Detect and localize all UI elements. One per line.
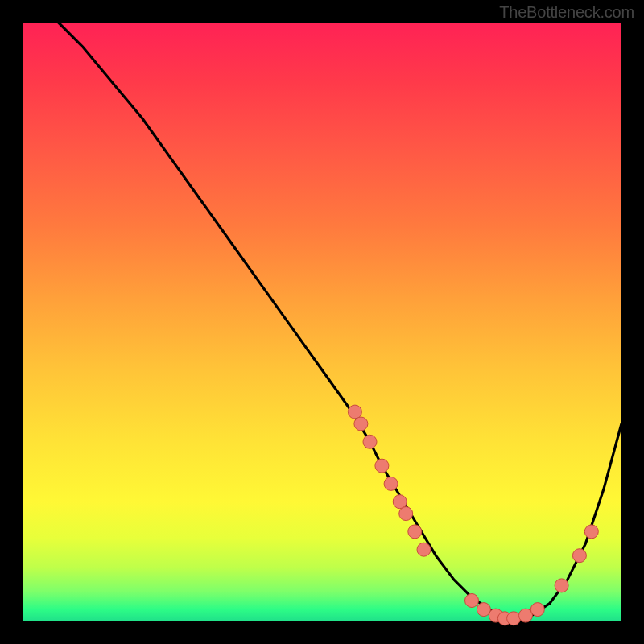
plot-area — [23, 23, 621, 621]
data-point — [530, 603, 544, 617]
data-point — [572, 549, 586, 563]
data-point — [399, 507, 413, 521]
data-point — [584, 525, 598, 539]
bottleneck-curve — [59, 23, 621, 621]
data-point — [375, 459, 389, 473]
data-point — [348, 405, 361, 419]
data-point — [465, 594, 479, 608]
data-point — [417, 543, 431, 556]
data-point — [555, 579, 568, 592]
watermark-text: TheBottleneck.com — [499, 3, 634, 22]
data-point — [384, 477, 398, 490]
data-point — [477, 603, 490, 617]
data-point — [354, 417, 368, 431]
chart-frame: TheBottleneck.com — [0, 0, 644, 644]
data-point — [507, 612, 521, 625]
chart-svg — [23, 23, 621, 621]
data-point — [363, 435, 377, 448]
data-point — [408, 525, 422, 539]
data-points — [348, 405, 598, 625]
data-point — [393, 495, 407, 509]
